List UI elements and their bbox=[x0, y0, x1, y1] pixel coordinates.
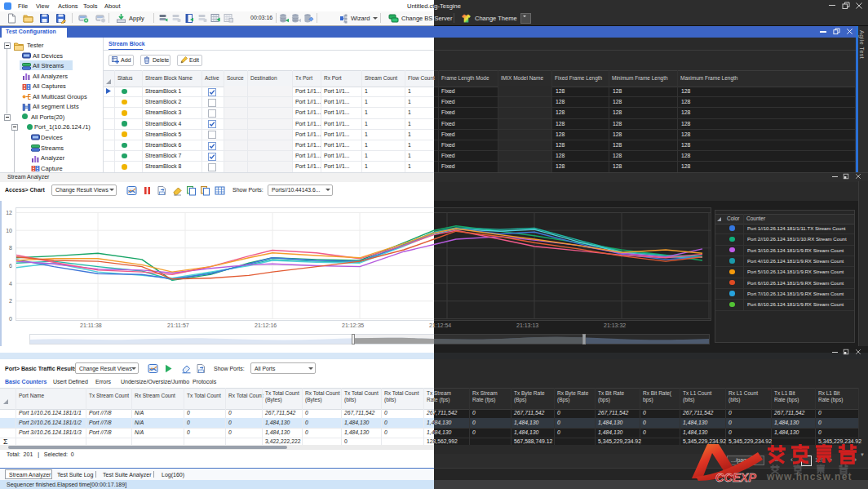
svg-text:CCEXP: CCEXP bbox=[715, 471, 756, 484]
